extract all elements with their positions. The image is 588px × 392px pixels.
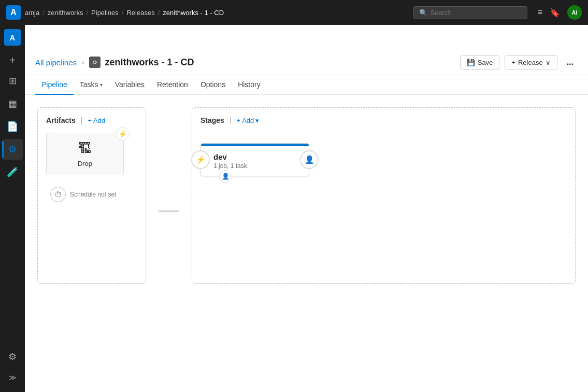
breadcrumb-pipelines[interactable]: Pipelines: [91, 9, 119, 17]
pipeline-icon: ⟳: [89, 57, 101, 68]
stages-add-icon: +: [237, 117, 241, 124]
page-header-right: 💾 Save + Release ∨ ...: [460, 55, 578, 69]
tab-options[interactable]: Options: [194, 75, 232, 95]
stages-title: Stages: [200, 116, 224, 124]
sidebar-item-board[interactable]: ▦: [2, 93, 23, 114]
stage-approver-right-icon[interactable]: 👤: [300, 150, 319, 169]
schedule-icon: ⏱: [50, 187, 66, 202]
breadcrumb: amja / zenithworks / Pipelines / Release…: [25, 9, 224, 17]
artifacts-title: Artifacts: [46, 116, 76, 124]
topbar: A amja / zenithworks / Pipelines / Relea…: [0, 0, 588, 25]
breadcrumb-amja[interactable]: amja: [25, 9, 39, 17]
search-icon: 🔍: [419, 9, 427, 17]
breadcrumb-zenithworks[interactable]: zenithworks: [48, 9, 83, 17]
board-icon: ▦: [8, 98, 17, 109]
artifact-drop-icon: 🏗: [78, 141, 92, 157]
list-icon[interactable]: ≡: [538, 8, 542, 17]
stages-header: Stages | + Add ▾: [200, 116, 567, 124]
save-icon: 💾: [467, 59, 475, 66]
pipeline-container: Artifacts | + Add ⚡ 🏗 Drop ⏱ Schedule no…: [37, 107, 576, 284]
pipelines-icon: ⚙: [8, 144, 17, 155]
tasks-chevron-icon: ▾: [100, 82, 103, 88]
stages-add-chevron: ▾: [255, 117, 259, 124]
main-content: All pipelines › ⟳ zenithworks - 1 - CD 💾…: [25, 50, 588, 392]
stage-card-wrapper: ⚡ dev 1 job, 1 task 👤 👤: [200, 143, 309, 176]
stage-approver-left-icon[interactable]: 👤: [219, 170, 232, 183]
tabs: Pipeline Tasks ▾ Variables Retention Opt…: [25, 75, 588, 95]
sidebar-add-button[interactable]: +: [4, 52, 21, 68]
tab-pipeline[interactable]: Pipeline: [35, 75, 74, 95]
stages-box: Stages | + Add ▾ ⚡ dev 1 job, 1 task: [192, 107, 576, 284]
all-pipelines-link[interactable]: All pipelines: [35, 58, 77, 67]
add-icon: +: [88, 117, 92, 124]
tab-retention[interactable]: Retention: [151, 75, 194, 95]
schedule-area[interactable]: ⏱ Schedule not set: [46, 184, 137, 205]
sidebar-item-repos[interactable]: 📄: [2, 116, 23, 137]
tab-variables[interactable]: Variables: [109, 75, 151, 95]
sidebar-item-flask[interactable]: 🧪: [2, 162, 23, 183]
sidebar-item-pipelines[interactable]: ⚙: [2, 139, 23, 160]
sidebar: A + ⊞ ▦ 📄 ⚙ 🧪 ⚙ ≫: [0, 25, 25, 392]
settings-icon: ⚙: [8, 351, 17, 362]
sidebar-bottom: ⚙ ≫: [2, 346, 23, 386]
stages-add-button[interactable]: + Add ▾: [237, 117, 260, 124]
sidebar-settings[interactable]: ⚙: [2, 346, 23, 367]
schedule-text: Schedule not set: [70, 191, 116, 198]
page-title: zenithworks - 1 - CD: [105, 57, 194, 68]
artifact-trigger-icon: ⚡: [116, 127, 130, 141]
sidebar-item-overview[interactable]: ⊞: [2, 71, 23, 91]
sidebar-logo: A: [4, 29, 21, 46]
repos-icon: 📄: [7, 121, 18, 132]
tab-tasks[interactable]: Tasks ▾: [74, 75, 109, 95]
artifacts-header: Artifacts | + Add: [46, 116, 137, 124]
stage-name: dev: [213, 152, 300, 161]
tab-history[interactable]: History: [232, 75, 267, 95]
topbar-icons: ≡ 🔖 AI: [538, 5, 582, 20]
flask-icon: 🧪: [7, 166, 18, 178]
search-bar: 🔍: [413, 6, 527, 19]
avatar[interactable]: AI: [567, 5, 582, 20]
connector-line: [159, 211, 179, 212]
pipeline-canvas: Artifacts | + Add ⚡ 🏗 Drop ⏱ Schedule no…: [25, 95, 588, 392]
page-header: All pipelines › ⟳ zenithworks - 1 - CD 💾…: [25, 50, 588, 75]
more-options-button[interactable]: ...: [563, 55, 578, 69]
artifact-card-drop[interactable]: ⚡ 🏗 Drop: [46, 133, 124, 175]
stage-trigger-icon[interactable]: ⚡: [191, 150, 210, 169]
stage-card-body: dev 1 job, 1 task: [201, 146, 309, 176]
artifact-name: Drop: [78, 160, 92, 167]
save-button[interactable]: 💾 Save: [460, 55, 500, 69]
page-header-left: All pipelines › ⟳ zenithworks - 1 - CD: [35, 57, 194, 68]
breadcrumb-chevron: ›: [82, 59, 84, 66]
artifacts-box: Artifacts | + Add ⚡ 🏗 Drop ⏱ Schedule no…: [37, 107, 146, 284]
release-button[interactable]: + Release ∨: [505, 55, 557, 69]
bookmark-icon[interactable]: 🔖: [550, 8, 560, 18]
overview-icon: ⊞: [9, 75, 17, 87]
artifacts-add-button[interactable]: + Add: [88, 117, 105, 124]
topbar-logo: A: [6, 5, 21, 20]
search-input[interactable]: [431, 9, 513, 17]
stage-subtitle: 1 job, 1 task: [213, 162, 300, 170]
sidebar-chevron[interactable]: ≫: [4, 369, 21, 386]
release-chevron-icon: ∨: [546, 59, 551, 66]
plus-icon: +: [511, 59, 515, 66]
stage-card-dev[interactable]: dev 1 job, 1 task: [200, 143, 309, 176]
breadcrumb-current: zenithworks - 1 - CD: [163, 9, 224, 17]
breadcrumb-releases[interactable]: Releases: [126, 9, 154, 17]
